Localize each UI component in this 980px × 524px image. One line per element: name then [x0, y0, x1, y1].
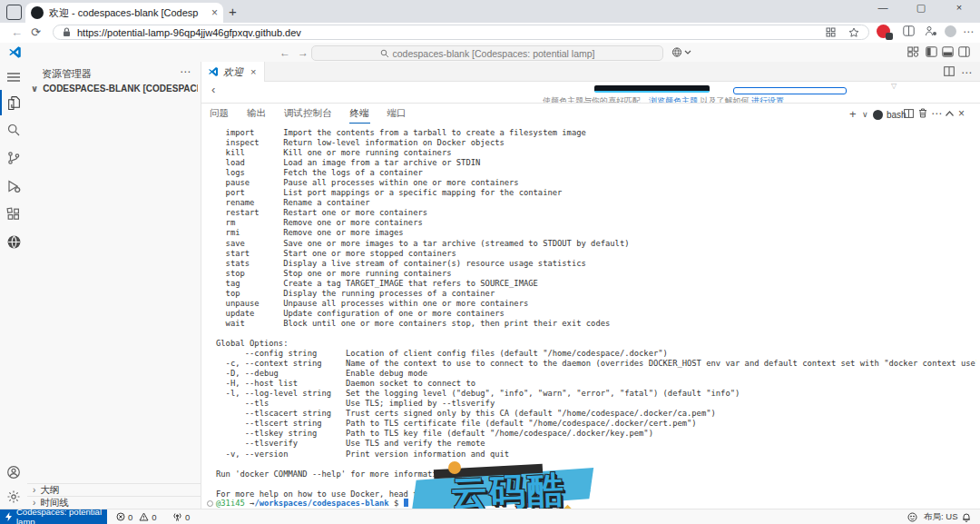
outline-label: 大纲 — [40, 484, 59, 497]
close-panel-icon[interactable]: × — [958, 107, 965, 120]
panel-tab-4[interactable]: 终端 — [349, 104, 370, 124]
welcome-link[interactable]: 进行设置 — [751, 96, 784, 103]
explorer-icon[interactable] — [0, 89, 27, 116]
error-count: 0 — [128, 512, 132, 522]
toggle-sidebar-icon[interactable] — [926, 46, 937, 57]
notifications-bell-icon[interactable] — [962, 509, 971, 524]
welcome-text: 使颜色主题与你的喜好匹配。 — [543, 96, 649, 103]
command-center-text: codespaces-blank [Codespaces: potential … — [393, 48, 595, 59]
welcome-text: 以及了解如何 — [698, 96, 751, 103]
panel-tab-2[interactable]: 输出 — [246, 104, 267, 123]
theme-preview-dark[interactable] — [594, 85, 710, 93]
root-folder-label: CODESPACES-BLANK [CODESPACES: POTENTIAL … — [43, 84, 198, 94]
maximize-panel-icon[interactable] — [946, 111, 954, 116]
theme-preview-light[interactable] — [733, 87, 847, 94]
tab-actions-icon[interactable] — [6, 5, 22, 20]
window-close-button[interactable]: × — [946, 2, 973, 13]
editor-more-icon[interactable]: ⋯ — [961, 66, 972, 79]
ports-status[interactable]: 0 — [172, 509, 190, 524]
history-forward-icon[interactable]: → — [298, 46, 309, 59]
extension-icon[interactable] — [877, 25, 890, 38]
customize-layout-icon[interactable] — [907, 46, 919, 57]
warning-count: 0 — [152, 512, 156, 522]
remote-indicator[interactable]: Codespaces: potential lamp — [0, 509, 107, 524]
prompt-dollar: $ — [389, 499, 404, 508]
favorites-star-icon[interactable] — [848, 27, 859, 38]
explorer-sidebar — [27, 62, 201, 509]
extension-badge — [886, 33, 893, 40]
ports-count: 0 — [185, 512, 190, 522]
browser-tab[interactable]: 欢迎 - codespaces-blank [Codesp × — [25, 3, 223, 23]
editor-tab-label: 欢迎 — [223, 65, 243, 79]
tab-close-icon[interactable]: × — [250, 66, 256, 77]
command-center-search[interactable]: codespaces-blank [Codespaces: potential … — [311, 45, 663, 61]
browser-refresh-icon[interactable]: ⟳ — [31, 25, 41, 39]
back-chevron-icon[interactable]: ‹ — [211, 83, 215, 96]
keyboard-layout-status[interactable]: 布局: US — [924, 509, 957, 524]
history-back-icon[interactable]: ← — [279, 46, 290, 59]
remote-label: Codespaces: potential lamp — [16, 507, 107, 524]
screen: 欢迎 - codespaces-blank [Codesp × + — ▢ × … — [0, 0, 980, 524]
search-view-icon[interactable] — [0, 116, 27, 143]
sidebar-more-icon[interactable]: ⋯ — [180, 65, 191, 78]
url-text: https://potential-lamp-96qp4jjw46gfpxqv.… — [77, 27, 826, 38]
window-maximize-button[interactable]: ▢ — [907, 2, 935, 14]
ports-antenna-icon — [172, 512, 182, 521]
menu-hamburger-icon[interactable] — [0, 64, 27, 91]
source-control-icon[interactable] — [0, 144, 27, 172]
editor-tab-welcome[interactable]: 欢迎 × — [201, 62, 265, 82]
panel-tab-bar: 问题输出调试控制台终端端口 — [209, 104, 407, 124]
prompt-arrow: → — [245, 499, 255, 508]
extensions-icon[interactable] — [0, 201, 27, 228]
browser-more-icon[interactable]: ⋯ — [963, 25, 974, 38]
panel-tab-3[interactable]: 调试控制台 — [283, 104, 333, 123]
sidebar-section-outline[interactable]: › 大纲 — [27, 483, 201, 496]
avatar[interactable] — [945, 25, 956, 37]
tab-close-icon[interactable]: × — [211, 6, 218, 19]
split-screen-icon[interactable] — [903, 25, 915, 36]
remote-explorer-icon[interactable] — [0, 228, 27, 255]
panel-tab-1[interactable]: 问题 — [209, 104, 230, 123]
address-bar[interactable]: https://potential-lamp-96qp4jjw46gfpxqv.… — [53, 25, 869, 40]
scroll-hint-icon: ▽ — [891, 82, 897, 90]
terminal-list-item-bash[interactable]: bash — [873, 107, 906, 122]
error-icon — [116, 512, 125, 521]
split-terminal-icon[interactable] — [904, 109, 914, 118]
browser-tab-title: 欢迎 - codespaces-blank [Codesp — [49, 6, 208, 20]
kill-terminal-trash-icon[interactable] — [918, 108, 927, 118]
remote-menu-icon[interactable] — [671, 46, 691, 58]
warning-icon — [139, 512, 149, 521]
toggle-panel-icon[interactable] — [942, 46, 954, 57]
search-icon — [380, 49, 389, 58]
terminal-output[interactable]: import Import the contents from a tarbal… — [216, 128, 976, 499]
keyboard-layout-label: 布局: US — [924, 511, 957, 523]
new-tab-button[interactable]: + — [229, 4, 237, 19]
prompt-user: @31i45 — [216, 499, 245, 508]
command-decoration-icon[interactable] — [207, 500, 213, 507]
prompt-path: /workspaces/codespaces-blank — [254, 499, 388, 508]
sidebar-root-folder[interactable]: ∨ CODESPACES-BLANK [CODESPACES: POTENTIA… — [31, 84, 198, 94]
new-terminal-icon[interactable]: + — [849, 107, 857, 121]
lock-icon — [63, 27, 71, 37]
run-debug-icon[interactable] — [0, 173, 27, 200]
sidebar-title: 资源管理器 — [42, 67, 92, 81]
terminal-prompt[interactable]: @31i45 →/workspaces/codespaces-blank $ — [216, 499, 408, 508]
panel-more-icon[interactable]: ⋯ — [931, 107, 942, 120]
panel-tab-5[interactable]: 端口 — [387, 104, 407, 123]
window-minimize-button[interactable]: — — [869, 2, 897, 13]
welcome-link[interactable]: 浏览颜色主题 — [649, 96, 698, 103]
terminal-dropdown-icon[interactable]: ∨ — [862, 110, 868, 119]
terminal-cursor — [404, 499, 408, 507]
vscode-logo-icon — [8, 45, 22, 59]
problems-status[interactable]: 0 0 — [116, 509, 157, 524]
bash-icon — [873, 110, 883, 120]
browser-back-icon[interactable]: ← — [11, 25, 23, 39]
feedback-smiley-icon[interactable] — [907, 509, 917, 524]
profile-settings-icon[interactable] — [925, 25, 937, 36]
accounts-icon[interactable] — [0, 459, 27, 486]
toggle-secondary-sidebar-icon[interactable] — [958, 46, 970, 57]
vscode-file-icon — [208, 66, 219, 77]
github-favicon-icon — [31, 6, 44, 19]
apps-grid-icon[interactable] — [826, 27, 836, 37]
split-editor-icon[interactable] — [944, 66, 955, 76]
